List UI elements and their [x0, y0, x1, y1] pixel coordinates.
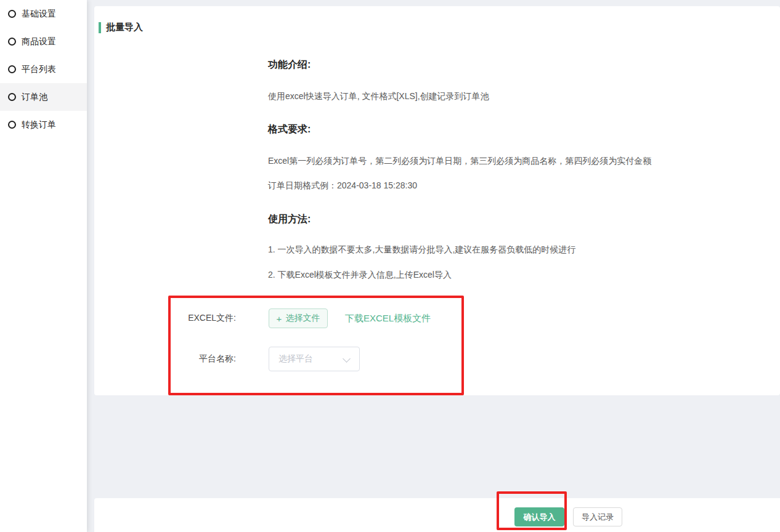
main-content-card: 批量导入 功能介绍: 使用excel快速导入订单, 文件格式[XLS],创建记录… [94, 6, 780, 395]
circle-icon [8, 121, 16, 129]
circle-icon [8, 93, 16, 101]
choose-file-button[interactable]: + 选择文件 [269, 308, 328, 328]
sidebar-item-label: 平台列表 [22, 64, 56, 75]
title-accent-bar [99, 22, 101, 33]
confirm-import-button[interactable]: 确认导入 [514, 507, 564, 526]
usage-step-2: 2. 下载Excel模板文件并录入信息,上传Excel导入 [268, 268, 755, 281]
footer-action-bar: 确认导入 导入记录 [94, 498, 780, 532]
date-format-example: 订单日期格式例：2024-03-18 15:28:30 [268, 179, 755, 191]
excel-file-row: EXCEL文件: + 选择文件 下载EXCEL模板文件 [168, 308, 431, 328]
circle-icon [8, 65, 16, 73]
sidebar-item-convert-order[interactable]: 转换订单 [0, 111, 87, 139]
section-heading-usage: 使用方法: [268, 212, 755, 226]
platform-name-label: 平台名称: [168, 353, 236, 365]
download-template-link[interactable]: 下载EXCEL模板文件 [345, 313, 431, 324]
section-heading-intro: 功能介绍: [268, 58, 755, 71]
section-heading-format: 格式要求: [268, 123, 755, 136]
sidebar-item-product-settings[interactable]: 商品设置 [0, 28, 87, 55]
choose-file-button-label: 选择文件 [285, 313, 320, 324]
circle-icon [8, 10, 16, 18]
sidebar-item-label: 商品设置 [22, 36, 56, 47]
page-header: 批量导入 [99, 22, 143, 33]
platform-select[interactable]: 选择平台 [269, 347, 360, 371]
plus-icon: + [277, 314, 282, 323]
platform-select-placeholder: 选择平台 [278, 353, 313, 365]
usage-step-1: 1. 一次导入的数据不要太多,大量数据请分批导入,建议在服务器负载低的时候进行 [268, 243, 755, 256]
sidebar-item-order-pool[interactable]: 订单池 [0, 83, 87, 111]
platform-row: 平台名称: 选择平台 [168, 347, 360, 371]
intro-text: 使用excel快速导入订单, 文件格式[XLS],创建记录到订单池 [268, 90, 755, 102]
format-rule-text: Excel第一列必须为订单号，第二列必须为订单日期，第三列必须为商品名称，第四列… [268, 155, 755, 167]
sidebar-item-label: 转换订单 [22, 119, 56, 131]
sidebar-item-platform-list[interactable]: 平台列表 [0, 55, 87, 83]
sidebar-item-label: 订单池 [22, 92, 47, 103]
chevron-down-icon [343, 355, 351, 363]
sidebar-item-basic-settings[interactable]: 基础设置 [0, 0, 87, 28]
sidebar: 基础设置 商品设置 平台列表 订单池 转换订单 [0, 0, 87, 532]
page-title: 批量导入 [106, 22, 143, 33]
circle-icon [8, 38, 16, 46]
excel-file-label: EXCEL文件: [168, 313, 236, 324]
instructions: 功能介绍: 使用excel快速导入订单, 文件格式[XLS],创建记录到订单池 … [268, 58, 755, 281]
import-records-button[interactable]: 导入记录 [573, 507, 622, 526]
sidebar-item-label: 基础设置 [22, 9, 56, 20]
